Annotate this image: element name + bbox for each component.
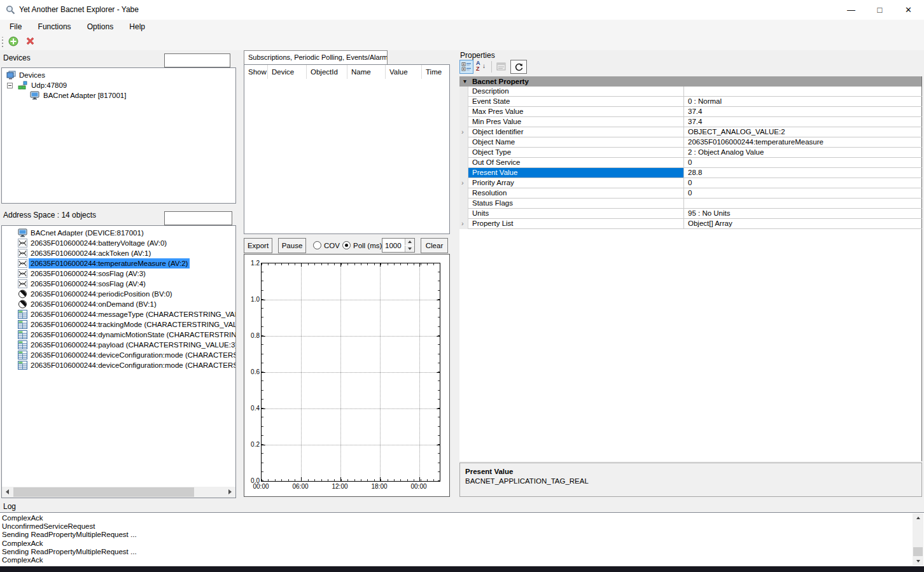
property-row[interactable]: Status Flags bbox=[459, 199, 921, 209]
address-item[interactable]: 20635F0106000244:payload (CHARACTERSTRIN… bbox=[2, 340, 235, 350]
address-item[interactable]: 20635F0106000244:dynamicMotionState (CHA… bbox=[2, 330, 235, 340]
address-item-label: 20635F0106000244:sosFlag (AV:3) bbox=[29, 269, 148, 279]
alphabetical-sort-button[interactable]: A Z ↓ bbox=[475, 60, 489, 74]
property-value[interactable]: 2 : Object Analog Value bbox=[684, 148, 922, 158]
property-row[interactable]: Description bbox=[459, 87, 921, 97]
property-value[interactable]: Object[] Array bbox=[684, 219, 922, 229]
property-value[interactable]: 95 : No Units bbox=[684, 209, 922, 219]
spinner-up-icon[interactable] bbox=[405, 239, 414, 245]
poll-radio-label[interactable]: Poll (ms) bbox=[353, 241, 382, 250]
property-value[interactable]: 0 : Normal bbox=[684, 97, 922, 107]
tree-item-bacnet-adapter[interactable]: BACnet Adapter [817001] bbox=[2, 90, 235, 101]
column-header-name[interactable]: Name bbox=[347, 65, 386, 79]
address-space-filter-input[interactable] bbox=[164, 211, 232, 225]
log-vscrollbar[interactable] bbox=[913, 513, 923, 566]
property-row[interactable]: Object Name 20635F0106000244:temperature… bbox=[459, 137, 921, 148]
address-item[interactable]: 20635F0106000244:deviceConfiguration:mod… bbox=[2, 350, 235, 360]
property-row[interactable]: Units 95 : No Units bbox=[459, 209, 921, 219]
tree-item-devices-root[interactable]: Devices bbox=[2, 70, 235, 80]
address-item[interactable]: 20635F0106000244:deviceConfiguration:mod… bbox=[2, 360, 235, 370]
expand-chevron-icon[interactable]: › bbox=[461, 178, 464, 188]
column-header-device[interactable]: Device bbox=[268, 65, 307, 79]
categorized-view-button[interactable] bbox=[459, 60, 473, 74]
address-item[interactable]: BACnet Adapter (DEVICE:817001) bbox=[2, 228, 235, 238]
property-row[interactable]: Object Type 2 : Object Analog Value bbox=[459, 148, 921, 158]
maximize-button[interactable]: □ bbox=[865, 0, 894, 20]
property-row[interactable]: Min Pres Value 37.4 bbox=[459, 117, 921, 127]
property-row[interactable]: Max Pres Value 37.4 bbox=[459, 107, 921, 117]
export-button[interactable]: Export bbox=[244, 238, 272, 253]
property-pages-button[interactable] bbox=[494, 60, 508, 74]
property-value[interactable]: 20635F0106000244:temperatureMeasure bbox=[684, 137, 922, 148]
chart-plot-area bbox=[261, 263, 440, 482]
property-value[interactable] bbox=[684, 87, 922, 97]
menu-file[interactable]: File bbox=[3, 20, 29, 34]
spinner-down-icon[interactable] bbox=[405, 246, 414, 252]
cov-radio-label[interactable]: COV bbox=[324, 241, 340, 250]
menu-functions[interactable]: Functions bbox=[31, 20, 78, 34]
address-space-hscrollbar[interactable] bbox=[2, 487, 235, 498]
minimize-button[interactable]: — bbox=[837, 0, 865, 20]
collapse-expander-icon[interactable] bbox=[7, 83, 13, 88]
property-value[interactable]: 0 bbox=[684, 188, 922, 199]
delete-device-button[interactable] bbox=[24, 36, 36, 48]
expand-chevron-icon[interactable]: › bbox=[461, 219, 464, 228]
menu-options[interactable]: Options bbox=[80, 20, 120, 34]
poll-interval-input[interactable] bbox=[382, 239, 405, 252]
scrollbar-thumb[interactable] bbox=[13, 487, 194, 497]
address-item[interactable]: 20635F0106000244:sosFlag (AV:3) bbox=[2, 269, 235, 279]
pause-button[interactable]: Pause bbox=[278, 238, 306, 253]
address-item[interactable]: 20635F0106000244:ackToken (AV:1) bbox=[2, 248, 235, 258]
clear-button[interactable]: Clear bbox=[421, 238, 448, 253]
analog-value-icon bbox=[18, 269, 27, 278]
property-value[interactable] bbox=[684, 199, 922, 209]
property-value[interactable]: 37.4 bbox=[684, 117, 922, 127]
property-value[interactable]: 0 bbox=[684, 178, 922, 188]
scroll-left-icon[interactable] bbox=[2, 487, 13, 498]
column-header-value[interactable]: Value bbox=[386, 65, 422, 79]
property-value[interactable]: OBJECT_ANALOG_VALUE:2 bbox=[684, 127, 922, 137]
poll-radio[interactable] bbox=[342, 241, 351, 249]
address-item-label: 20635F0106000244:sosFlag (AV:4) bbox=[29, 279, 148, 289]
log-line: ComplexAck bbox=[0, 556, 913, 564]
address-item[interactable]: 20635F0106000244:batteryVoltage (AV:0) bbox=[2, 238, 235, 248]
log-line: Sending ReadPropertyMultipleRequest ... bbox=[0, 531, 913, 539]
analog-value-icon bbox=[18, 259, 27, 268]
property-value[interactable]: 0 bbox=[684, 158, 922, 168]
tab-subscriptions[interactable]: Subscriptions, Periodic Polling, Events/… bbox=[244, 50, 388, 65]
scroll-down-icon[interactable] bbox=[913, 556, 923, 566]
property-row-selected[interactable]: Present Value 28.8 bbox=[459, 168, 921, 178]
property-row[interactable]: › Priority Array 0 bbox=[459, 178, 921, 188]
property-value[interactable]: 28.8 bbox=[684, 168, 922, 178]
address-item[interactable]: 20635F0106000244:trackingMode (CHARACTER… bbox=[2, 319, 235, 330]
cov-radio[interactable] bbox=[313, 241, 321, 249]
close-button[interactable]: ✕ bbox=[894, 0, 923, 20]
add-device-button[interactable] bbox=[8, 36, 19, 48]
column-header-objectid[interactable]: ObjectId bbox=[307, 65, 347, 79]
refresh-button[interactable] bbox=[510, 60, 527, 74]
scroll-right-icon[interactable] bbox=[225, 487, 235, 498]
property-value[interactable]: 37.4 bbox=[684, 107, 922, 117]
expand-chevron-icon[interactable]: › bbox=[461, 127, 464, 137]
column-header-show[interactable]: Show bbox=[244, 65, 268, 79]
scroll-up-icon[interactable] bbox=[913, 513, 923, 523]
address-item[interactable]: 20635F0106000244:messageType (CHARACTERS… bbox=[2, 309, 235, 319]
address-item[interactable]: 20635F0106000244:onDemand (BV:1) bbox=[2, 299, 235, 309]
address-item[interactable]: 20635F0106000244:periodicPosition (BV:0) bbox=[2, 289, 235, 299]
toolstrip-grip bbox=[2, 37, 3, 47]
property-row[interactable]: Out Of Service 0 bbox=[459, 158, 921, 168]
property-row[interactable]: Event State 0 : Normal bbox=[459, 97, 921, 107]
address-item[interactable]: 20635F0106000244:sosFlag (AV:4) bbox=[2, 279, 235, 289]
column-header-time[interactable]: Time bbox=[422, 65, 449, 79]
property-category-header[interactable]: ▾ Bacnet Property bbox=[459, 76, 921, 87]
property-row[interactable]: Resolution 0 bbox=[459, 188, 921, 199]
binary-value-icon bbox=[18, 289, 27, 298]
characterstring-icon bbox=[18, 310, 27, 319]
property-row[interactable]: › Property List Object[] Array bbox=[459, 219, 921, 229]
tree-item-udp[interactable]: Udp:47809 bbox=[2, 80, 235, 90]
address-item-selected[interactable]: 20635F0106000244:temperatureMeasure (AV:… bbox=[2, 258, 235, 269]
menu-help[interactable]: Help bbox=[122, 20, 152, 34]
property-name: Event State bbox=[468, 97, 684, 107]
property-row[interactable]: › Object Identifier OBJECT_ANALOG_VALUE:… bbox=[459, 127, 921, 137]
devices-filter-input[interactable] bbox=[164, 53, 230, 67]
